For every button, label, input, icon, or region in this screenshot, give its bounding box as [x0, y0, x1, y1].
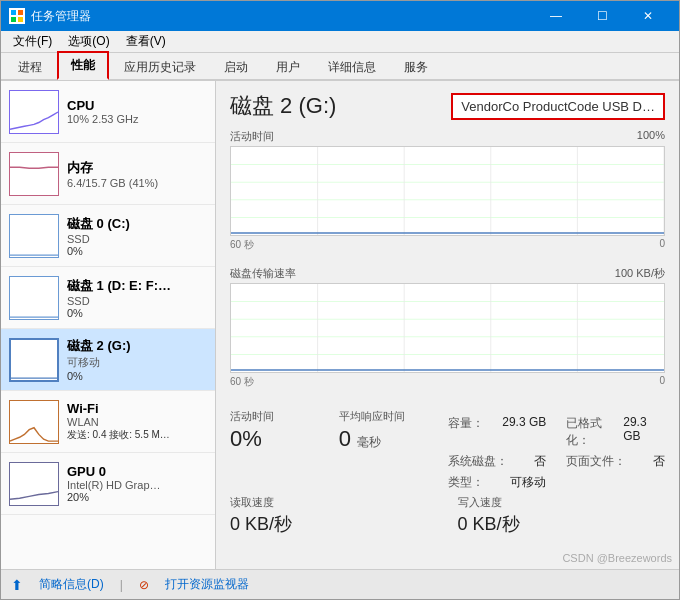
tab-users[interactable]: 用户 [263, 54, 313, 80]
disk0-info: 磁盘 0 (C:) SSD 0% [67, 215, 207, 257]
svg-rect-0 [11, 10, 16, 15]
window-title: 任务管理器 [31, 8, 533, 25]
window-controls: — ☐ ✕ [533, 1, 671, 31]
mem-info: 内存 6.4/15.7 GB (41%) [67, 159, 207, 189]
transfer-label: 磁盘传输速率 [230, 266, 296, 281]
minimize-button[interactable]: — [533, 1, 579, 31]
svg-rect-9 [10, 401, 58, 443]
detail-grid: 容量： 29.3 GB 已格式化： 29.3 GB 系统磁盘： 否 页面文件 [448, 415, 666, 491]
rw-row: 读取速度 0 KB/秒 写入速度 0 KB/秒 [230, 495, 665, 536]
disk2-type: 可移动 [67, 355, 207, 370]
activity-time-row: 60 秒 0 [230, 238, 665, 252]
transfer-chart-section: 磁盘传输速率 100 KB/秒 [230, 266, 665, 397]
close-button[interactable]: ✕ [625, 1, 671, 31]
transfer-chart-labels: 磁盘传输速率 100 KB/秒 [230, 266, 665, 281]
svg-rect-2 [11, 17, 16, 22]
cpu-mini-graph [9, 90, 59, 134]
gpu-model: Intel(R) HD Grap… [67, 479, 207, 491]
wifi-speed: 发送: 0.4 接收: 5.5 M… [67, 428, 207, 442]
read-label: 读取速度 [230, 495, 438, 510]
sidebar-item-disk1[interactable]: 磁盘 1 (D: E: F:… SSD 0% [1, 267, 215, 329]
sidebar-item-disk0[interactable]: 磁盘 0 (C:) SSD 0% [1, 205, 215, 267]
mem-name: 内存 [67, 159, 207, 177]
avg-response-value: 0 毫秒 [339, 426, 448, 452]
menu-view[interactable]: 查看(V) [118, 31, 174, 52]
stats-row: 活动时间 0% 平均响应时间 0 毫秒 容量： 29.3 GB [230, 409, 665, 491]
wifi-type: WLAN [67, 416, 207, 428]
transfer-chart [230, 283, 665, 373]
activity-chart [230, 146, 665, 236]
monitor-icon: ⊘ [139, 578, 149, 592]
wifi-name: Wi-Fi [67, 401, 207, 416]
main-panel: 磁盘 2 (G:) VendorCo ProductCode USB D… 活动… [216, 81, 679, 569]
content-area: CPU 10% 2.53 GHz 内存 6.4/15.7 GB (41%) [1, 81, 679, 569]
disk1-usage: 0% [67, 307, 207, 319]
disk2-name: 磁盘 2 (G:) [67, 337, 207, 355]
tab-details[interactable]: 详细信息 [315, 54, 389, 80]
disk0-type: SSD [67, 233, 207, 245]
gpu-info: GPU 0 Intel(R) HD Grap… 20% [67, 464, 207, 503]
svg-rect-3 [18, 17, 23, 22]
bottom-bar: ⬆ 简略信息(D) | ⊘ 打开资源监视器 [1, 569, 679, 599]
menu-file[interactable]: 文件(F) [5, 31, 60, 52]
avg-response-block: 平均响应时间 0 毫秒 [339, 409, 448, 491]
svg-rect-4 [10, 91, 58, 133]
sidebar-item-disk2[interactable]: 磁盘 2 (G:) 可移动 0% [1, 329, 215, 391]
activity-label: 活动时间 [230, 129, 274, 144]
monitor-link[interactable]: 打开资源监视器 [165, 576, 249, 593]
title-bar: 任务管理器 — ☐ ✕ [1, 1, 679, 31]
read-value: 0 KB/秒 [230, 512, 438, 536]
gpu-usage: 20% [67, 491, 207, 503]
sidebar-item-gpu[interactable]: GPU 0 Intel(R) HD Grap… 20% [1, 453, 215, 515]
transfer-time-left: 60 秒 [230, 375, 254, 389]
wifi-mini-graph [9, 400, 59, 444]
tab-services[interactable]: 服务 [391, 54, 441, 80]
transfer-time-row: 60 秒 0 [230, 375, 665, 389]
mem-mini-graph [9, 152, 59, 196]
disk2-mini-graph [9, 338, 59, 382]
activity-time-right: 0 [659, 238, 665, 252]
summary-link[interactable]: 简略信息(D) [39, 576, 104, 593]
watermark: CSDN @Breezewords [562, 552, 672, 564]
tab-startup[interactable]: 启动 [211, 54, 261, 80]
menu-options[interactable]: 选项(O) [60, 31, 117, 52]
activity-time-left: 60 秒 [230, 238, 254, 252]
tab-performance[interactable]: 性能 [57, 51, 109, 80]
activity-max: 100% [637, 129, 665, 144]
write-speed-block: 写入速度 0 KB/秒 [458, 495, 666, 536]
sidebar-item-memory[interactable]: 内存 6.4/15.7 GB (41%) [1, 143, 215, 205]
tab-process[interactable]: 进程 [5, 54, 55, 80]
disk0-usage: 0% [67, 245, 207, 257]
avg-response-label: 平均响应时间 [339, 409, 448, 424]
device-name-box: VendorCo ProductCode USB D… [451, 93, 665, 120]
svg-rect-6 [10, 215, 58, 257]
svg-rect-11 [231, 147, 664, 235]
tab-apphistory[interactable]: 应用历史记录 [111, 54, 209, 80]
mem-usage: 6.4/15.7 GB (41%) [67, 177, 207, 189]
main-window: 任务管理器 — ☐ ✕ 文件(F) 选项(O) 查看(V) 进程 性能 应用历史… [0, 0, 680, 600]
active-time-label: 活动时间 [230, 409, 339, 424]
cpu-usage: 10% 2.53 GHz [67, 113, 207, 125]
write-label: 写入速度 [458, 495, 666, 510]
transfer-max: 100 KB/秒 [615, 266, 665, 281]
disk1-mini-graph [9, 276, 59, 320]
gpu-name: GPU 0 [67, 464, 207, 479]
detail-capacity: 容量： 29.3 GB [448, 415, 547, 449]
cpu-info: CPU 10% 2.53 GHz [67, 98, 207, 125]
maximize-button[interactable]: ☐ [579, 1, 625, 31]
wifi-info: Wi-Fi WLAN 发送: 0.4 接收: 5.5 M… [67, 401, 207, 442]
cpu-name: CPU [67, 98, 207, 113]
main-header: 磁盘 2 (G:) VendorCo ProductCode USB D… [230, 91, 665, 121]
gpu-mini-graph [9, 462, 59, 506]
disk1-type: SSD [67, 295, 207, 307]
main-title: 磁盘 2 (G:) [230, 91, 336, 121]
detail-type: 类型： 可移动 [448, 474, 547, 491]
sidebar: CPU 10% 2.53 GHz 内存 6.4/15.7 GB (41%) [1, 81, 216, 569]
app-icon [9, 8, 25, 24]
sidebar-item-cpu[interactable]: CPU 10% 2.53 GHz [1, 81, 215, 143]
svg-rect-8 [11, 340, 57, 380]
sidebar-item-wifi[interactable]: Wi-Fi WLAN 发送: 0.4 接收: 5.5 M… [1, 391, 215, 453]
disk0-name: 磁盘 0 (C:) [67, 215, 207, 233]
activity-chart-labels: 活动时间 100% [230, 129, 665, 144]
detail-page-file: 页面文件： 否 [566, 453, 665, 470]
